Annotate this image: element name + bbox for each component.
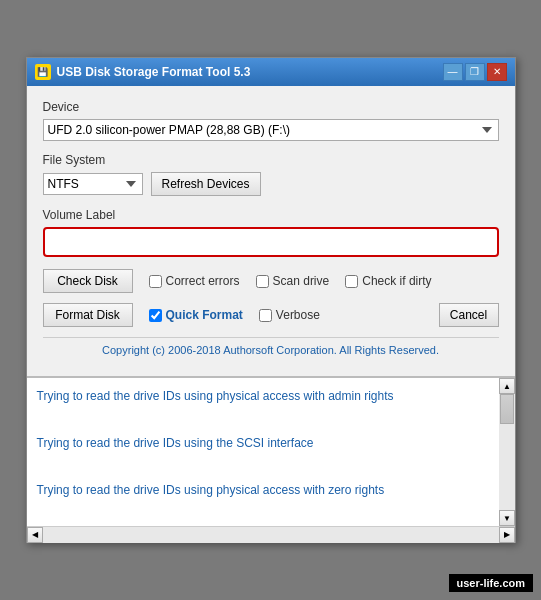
horizontal-scrollbar[interactable]: ◀ ▶ [27,526,515,542]
correct-errors-checkbox[interactable] [149,275,162,288]
log-line-5 [37,504,489,526]
log-area: Trying to read the drive IDs using physi… [27,376,515,526]
device-label: Device [43,100,499,114]
log-line-2: Trying to read the drive IDs using the S… [37,433,489,455]
log-line-1 [37,410,489,432]
check-if-dirty-checkbox[interactable] [345,275,358,288]
filesystem-select[interactable]: NTFSFAT32exFAT [43,173,143,195]
title-bar: 💾 USB Disk Storage Format Tool 5.3 — ❐ ✕ [27,58,515,86]
format-row: Format Disk Quick Format Verbose Cancel [43,303,499,327]
log-content: Trying to read the drive IDs using physi… [27,378,499,526]
volume-label-label: Volume Label [43,208,499,222]
check-if-dirty-item[interactable]: Check if dirty [345,274,431,288]
log-line-4: Trying to read the drive IDs using physi… [37,480,489,502]
copyright-section: Copyright (c) 2006-2018 Authorsoft Corpo… [43,337,499,362]
quick-format-item[interactable]: Quick Format [149,308,243,322]
scroll-up-button[interactable]: ▲ [499,378,515,394]
log-line-0: Trying to read the drive IDs using physi… [37,386,489,408]
correct-errors-label: Correct errors [166,274,240,288]
scroll-track [499,394,515,510]
main-content: Device UFD 2.0 silicon-power PMAP (28,88… [27,86,515,376]
main-window: 💾 USB Disk Storage Format Tool 5.3 — ❐ ✕… [26,57,516,543]
scroll-right-button[interactable]: ▶ [499,527,515,543]
device-select[interactable]: UFD 2.0 silicon-power PMAP (28,88 GB) (F… [43,119,499,141]
scroll-thumb[interactable] [500,394,514,424]
correct-errors-item[interactable]: Correct errors [149,274,240,288]
window-controls: — ❐ ✕ [443,63,507,81]
scan-drive-label: Scan drive [273,274,330,288]
volume-label-section: Volume Label [43,208,499,257]
verbose-checkbox[interactable] [259,309,272,322]
watermark: user-life.com [449,574,533,592]
device-row: UFD 2.0 silicon-power PMAP (28,88 GB) (F… [43,119,499,141]
verbose-item[interactable]: Verbose [259,308,320,322]
format-disk-button[interactable]: Format Disk [43,303,133,327]
check-disk-button[interactable]: Check Disk [43,269,133,293]
quick-format-checkbox[interactable] [149,309,162,322]
verbose-label: Verbose [276,308,320,322]
copyright-company: Authorsoft Corporation. All Rights Reser… [223,344,439,356]
check-if-dirty-label: Check if dirty [362,274,431,288]
volume-input-wrapper [43,227,499,257]
checkdisk-row: Check Disk Correct errors Scan drive Che… [43,269,499,293]
copyright-text: Copyright (c) 2006-2018 [102,344,223,356]
refresh-devices-button[interactable]: Refresh Devices [151,172,261,196]
volume-label-input[interactable] [47,231,495,253]
title-bar-left: 💾 USB Disk Storage Format Tool 5.3 [35,64,251,80]
scan-drive-item[interactable]: Scan drive [256,274,330,288]
scroll-down-button[interactable]: ▼ [499,510,515,526]
quick-format-label: Quick Format [166,308,243,322]
close-button[interactable]: ✕ [487,63,507,81]
app-icon: 💾 [35,64,51,80]
window-title: USB Disk Storage Format Tool 5.3 [57,65,251,79]
cancel-button[interactable]: Cancel [439,303,499,327]
vertical-scrollbar[interactable]: ▲ ▼ [499,378,515,526]
device-section: Device UFD 2.0 silicon-power PMAP (28,88… [43,100,499,141]
filesystem-label: File System [43,153,499,167]
filesystem-row: NTFSFAT32exFAT Refresh Devices [43,172,499,196]
restore-button[interactable]: ❐ [465,63,485,81]
filesystem-section: File System NTFSFAT32exFAT Refresh Devic… [43,153,499,196]
minimize-button[interactable]: — [443,63,463,81]
scroll-left-button[interactable]: ◀ [27,527,43,543]
horiz-track [43,527,499,543]
scan-drive-checkbox[interactable] [256,275,269,288]
log-line-3 [37,457,489,479]
